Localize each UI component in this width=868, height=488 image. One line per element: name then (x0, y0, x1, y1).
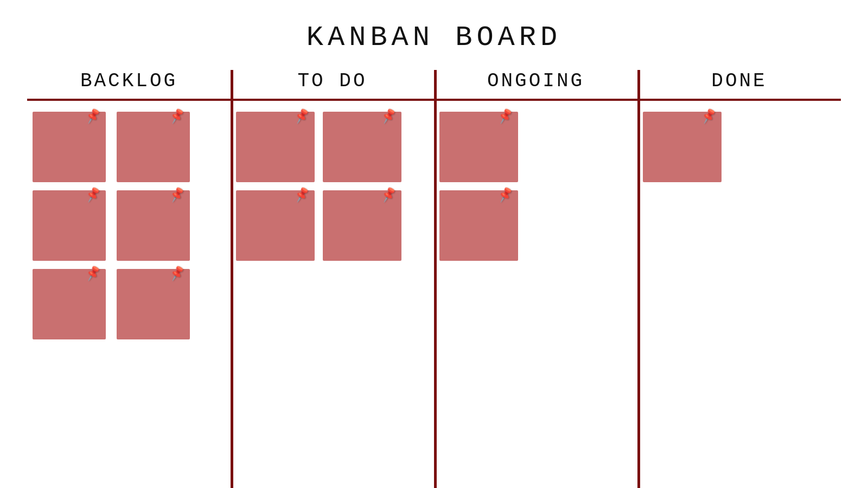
column-ongoing: 📌 📌 (434, 101, 637, 488)
column-todo: 📌 📌 📌 📌 (231, 101, 434, 488)
list-item[interactable]: 📌 (33, 269, 106, 339)
pin-icon: 📌 (700, 107, 718, 125)
list-item[interactable]: 📌 (643, 112, 722, 182)
board-title: KANBAN BOARD (307, 22, 561, 54)
column-headers: BACKLOG TO DO ONGOING DONE (0, 70, 868, 99)
pin-icon: 📌 (380, 186, 398, 204)
backlog-cards: 📌 📌 📌 📌 (33, 112, 225, 339)
list-item[interactable]: 📌 (439, 190, 518, 261)
pin-icon: 📌 (496, 186, 514, 204)
backlog-row-1: 📌 📌 (33, 190, 225, 261)
board-area: BACKLOG TO DO ONGOING DONE 📌 📌 (0, 70, 868, 488)
list-item[interactable]: 📌 (236, 190, 315, 261)
pin-icon: 📌 (168, 186, 186, 204)
columns-content: 📌 📌 📌 📌 (0, 101, 868, 488)
column-header-done: DONE (637, 70, 841, 99)
pin-icon: 📌 (293, 107, 311, 125)
pin-icon: 📌 (168, 265, 186, 282)
ongoing-row-1: 📌 (439, 190, 632, 261)
list-item[interactable]: 📌 (33, 112, 106, 182)
list-item[interactable]: 📌 (117, 112, 190, 182)
column-done: 📌 (637, 101, 841, 488)
list-item[interactable]: 📌 (33, 190, 106, 261)
list-item[interactable]: 📌 (323, 112, 401, 182)
column-header-backlog: BACKLOG (27, 70, 231, 99)
column-backlog: 📌 📌 📌 📌 (27, 101, 231, 488)
list-item[interactable]: 📌 (323, 190, 401, 261)
pin-icon: 📌 (496, 107, 514, 125)
pin-icon: 📌 (84, 265, 102, 282)
pin-icon: 📌 (293, 186, 311, 204)
backlog-row-0: 📌 📌 (33, 112, 225, 182)
ongoing-row-0: 📌 (439, 112, 632, 182)
todo-cards: 📌 📌 📌 📌 (236, 112, 429, 261)
done-cards: 📌 (643, 112, 835, 182)
list-item[interactable]: 📌 (439, 112, 518, 182)
list-item[interactable]: 📌 (236, 112, 315, 182)
list-item[interactable]: 📌 (117, 190, 190, 261)
kanban-board: KANBAN BOARD BACKLOG TO DO ONGOING DONE … (0, 0, 868, 488)
done-row-0: 📌 (643, 112, 835, 182)
todo-row-0: 📌 📌 (236, 112, 429, 182)
backlog-row-2: 📌 📌 (33, 269, 225, 339)
column-header-ongoing: ONGOING (434, 70, 637, 99)
ongoing-cards: 📌 📌 (439, 112, 632, 261)
pin-icon: 📌 (168, 107, 186, 125)
pin-icon: 📌 (84, 107, 102, 125)
list-item[interactable]: 📌 (117, 269, 190, 339)
pin-icon: 📌 (380, 107, 398, 125)
column-header-todo: TO DO (231, 70, 434, 99)
pin-icon: 📌 (84, 186, 102, 204)
todo-row-1: 📌 📌 (236, 190, 429, 261)
